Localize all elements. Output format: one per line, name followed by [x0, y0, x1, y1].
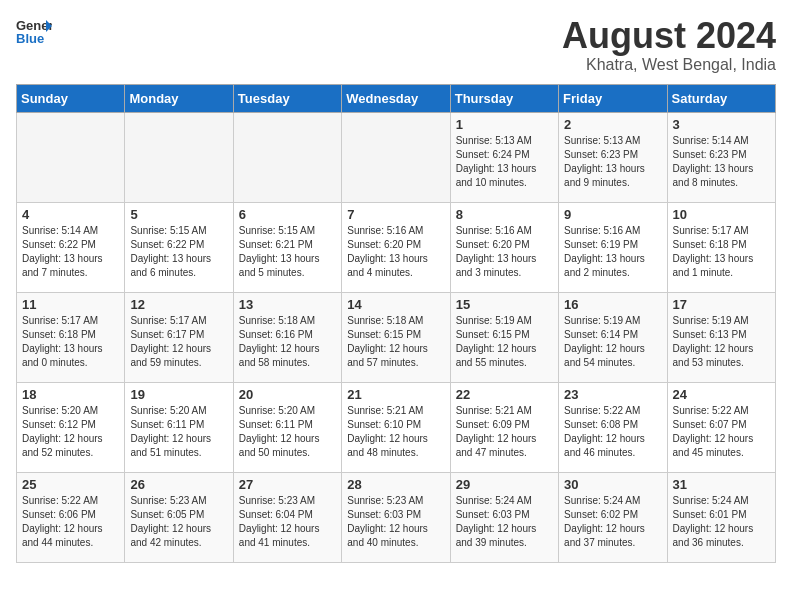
day-detail: Sunrise: 5:16 AM Sunset: 6:20 PM Dayligh… [456, 224, 553, 280]
day-detail: Sunrise: 5:23 AM Sunset: 6:04 PM Dayligh… [239, 494, 336, 550]
day-number: 12 [130, 297, 227, 312]
column-header-thursday: Thursday [450, 84, 558, 112]
day-detail: Sunrise: 5:18 AM Sunset: 6:15 PM Dayligh… [347, 314, 444, 370]
day-detail: Sunrise: 5:13 AM Sunset: 6:23 PM Dayligh… [564, 134, 661, 190]
day-number: 28 [347, 477, 444, 492]
calendar-cell: 24Sunrise: 5:22 AM Sunset: 6:07 PM Dayli… [667, 382, 775, 472]
day-number: 26 [130, 477, 227, 492]
calendar-cell: 23Sunrise: 5:22 AM Sunset: 6:08 PM Dayli… [559, 382, 667, 472]
calendar-cell: 7Sunrise: 5:16 AM Sunset: 6:20 PM Daylig… [342, 202, 450, 292]
day-detail: Sunrise: 5:23 AM Sunset: 6:03 PM Dayligh… [347, 494, 444, 550]
day-detail: Sunrise: 5:24 AM Sunset: 6:03 PM Dayligh… [456, 494, 553, 550]
calendar-week-row: 11Sunrise: 5:17 AM Sunset: 6:18 PM Dayli… [17, 292, 776, 382]
calendar-cell: 31Sunrise: 5:24 AM Sunset: 6:01 PM Dayli… [667, 472, 775, 562]
day-detail: Sunrise: 5:14 AM Sunset: 6:23 PM Dayligh… [673, 134, 770, 190]
column-header-friday: Friday [559, 84, 667, 112]
calendar-cell: 27Sunrise: 5:23 AM Sunset: 6:04 PM Dayli… [233, 472, 341, 562]
calendar-cell: 26Sunrise: 5:23 AM Sunset: 6:05 PM Dayli… [125, 472, 233, 562]
day-number: 31 [673, 477, 770, 492]
calendar-table: SundayMondayTuesdayWednesdayThursdayFrid… [16, 84, 776, 563]
day-number: 20 [239, 387, 336, 402]
calendar-cell: 10Sunrise: 5:17 AM Sunset: 6:18 PM Dayli… [667, 202, 775, 292]
column-header-tuesday: Tuesday [233, 84, 341, 112]
column-header-monday: Monday [125, 84, 233, 112]
calendar-cell: 9Sunrise: 5:16 AM Sunset: 6:19 PM Daylig… [559, 202, 667, 292]
calendar-cell: 1Sunrise: 5:13 AM Sunset: 6:24 PM Daylig… [450, 112, 558, 202]
calendar-week-row: 18Sunrise: 5:20 AM Sunset: 6:12 PM Dayli… [17, 382, 776, 472]
day-number: 21 [347, 387, 444, 402]
svg-text:Blue: Blue [16, 31, 44, 46]
calendar-week-row: 4Sunrise: 5:14 AM Sunset: 6:22 PM Daylig… [17, 202, 776, 292]
calendar-week-row: 1Sunrise: 5:13 AM Sunset: 6:24 PM Daylig… [17, 112, 776, 202]
day-detail: Sunrise: 5:20 AM Sunset: 6:11 PM Dayligh… [239, 404, 336, 460]
month-title: August 2024 [562, 16, 776, 56]
calendar-cell: 17Sunrise: 5:19 AM Sunset: 6:13 PM Dayli… [667, 292, 775, 382]
day-detail: Sunrise: 5:21 AM Sunset: 6:10 PM Dayligh… [347, 404, 444, 460]
calendar-cell: 8Sunrise: 5:16 AM Sunset: 6:20 PM Daylig… [450, 202, 558, 292]
day-detail: Sunrise: 5:24 AM Sunset: 6:02 PM Dayligh… [564, 494, 661, 550]
day-detail: Sunrise: 5:17 AM Sunset: 6:18 PM Dayligh… [22, 314, 119, 370]
day-detail: Sunrise: 5:15 AM Sunset: 6:21 PM Dayligh… [239, 224, 336, 280]
page-header: General Blue August 2024 Khatra, West Be… [16, 16, 776, 74]
day-detail: Sunrise: 5:20 AM Sunset: 6:12 PM Dayligh… [22, 404, 119, 460]
calendar-header-row: SundayMondayTuesdayWednesdayThursdayFrid… [17, 84, 776, 112]
calendar-cell: 5Sunrise: 5:15 AM Sunset: 6:22 PM Daylig… [125, 202, 233, 292]
day-number: 14 [347, 297, 444, 312]
day-number: 1 [456, 117, 553, 132]
day-number: 9 [564, 207, 661, 222]
calendar-cell: 30Sunrise: 5:24 AM Sunset: 6:02 PM Dayli… [559, 472, 667, 562]
day-number: 27 [239, 477, 336, 492]
day-detail: Sunrise: 5:14 AM Sunset: 6:22 PM Dayligh… [22, 224, 119, 280]
day-number: 15 [456, 297, 553, 312]
day-number: 13 [239, 297, 336, 312]
title-block: August 2024 Khatra, West Bengal, India [562, 16, 776, 74]
day-number: 24 [673, 387, 770, 402]
day-number: 22 [456, 387, 553, 402]
calendar-cell [125, 112, 233, 202]
day-number: 8 [456, 207, 553, 222]
calendar-week-row: 25Sunrise: 5:22 AM Sunset: 6:06 PM Dayli… [17, 472, 776, 562]
day-number: 23 [564, 387, 661, 402]
location-subtitle: Khatra, West Bengal, India [562, 56, 776, 74]
calendar-cell: 21Sunrise: 5:21 AM Sunset: 6:10 PM Dayli… [342, 382, 450, 472]
day-detail: Sunrise: 5:20 AM Sunset: 6:11 PM Dayligh… [130, 404, 227, 460]
day-number: 4 [22, 207, 119, 222]
day-detail: Sunrise: 5:23 AM Sunset: 6:05 PM Dayligh… [130, 494, 227, 550]
column-header-sunday: Sunday [17, 84, 125, 112]
day-number: 6 [239, 207, 336, 222]
calendar-cell: 11Sunrise: 5:17 AM Sunset: 6:18 PM Dayli… [17, 292, 125, 382]
calendar-cell: 2Sunrise: 5:13 AM Sunset: 6:23 PM Daylig… [559, 112, 667, 202]
day-number: 3 [673, 117, 770, 132]
calendar-cell: 14Sunrise: 5:18 AM Sunset: 6:15 PM Dayli… [342, 292, 450, 382]
day-number: 19 [130, 387, 227, 402]
calendar-cell: 15Sunrise: 5:19 AM Sunset: 6:15 PM Dayli… [450, 292, 558, 382]
calendar-cell: 3Sunrise: 5:14 AM Sunset: 6:23 PM Daylig… [667, 112, 775, 202]
day-detail: Sunrise: 5:17 AM Sunset: 6:17 PM Dayligh… [130, 314, 227, 370]
logo-icon: General Blue [16, 16, 52, 46]
calendar-cell: 19Sunrise: 5:20 AM Sunset: 6:11 PM Dayli… [125, 382, 233, 472]
day-number: 18 [22, 387, 119, 402]
day-detail: Sunrise: 5:16 AM Sunset: 6:19 PM Dayligh… [564, 224, 661, 280]
day-detail: Sunrise: 5:15 AM Sunset: 6:22 PM Dayligh… [130, 224, 227, 280]
calendar-cell: 28Sunrise: 5:23 AM Sunset: 6:03 PM Dayli… [342, 472, 450, 562]
day-detail: Sunrise: 5:19 AM Sunset: 6:15 PM Dayligh… [456, 314, 553, 370]
day-number: 17 [673, 297, 770, 312]
calendar-cell [17, 112, 125, 202]
day-number: 11 [22, 297, 119, 312]
day-detail: Sunrise: 5:21 AM Sunset: 6:09 PM Dayligh… [456, 404, 553, 460]
calendar-cell [342, 112, 450, 202]
day-detail: Sunrise: 5:18 AM Sunset: 6:16 PM Dayligh… [239, 314, 336, 370]
day-number: 30 [564, 477, 661, 492]
day-detail: Sunrise: 5:19 AM Sunset: 6:13 PM Dayligh… [673, 314, 770, 370]
day-detail: Sunrise: 5:17 AM Sunset: 6:18 PM Dayligh… [673, 224, 770, 280]
logo: General Blue [16, 16, 52, 46]
day-detail: Sunrise: 5:13 AM Sunset: 6:24 PM Dayligh… [456, 134, 553, 190]
day-detail: Sunrise: 5:22 AM Sunset: 6:07 PM Dayligh… [673, 404, 770, 460]
day-number: 5 [130, 207, 227, 222]
calendar-cell: 20Sunrise: 5:20 AM Sunset: 6:11 PM Dayli… [233, 382, 341, 472]
day-detail: Sunrise: 5:22 AM Sunset: 6:08 PM Dayligh… [564, 404, 661, 460]
calendar-cell: 22Sunrise: 5:21 AM Sunset: 6:09 PM Dayli… [450, 382, 558, 472]
calendar-cell [233, 112, 341, 202]
day-detail: Sunrise: 5:22 AM Sunset: 6:06 PM Dayligh… [22, 494, 119, 550]
day-detail: Sunrise: 5:16 AM Sunset: 6:20 PM Dayligh… [347, 224, 444, 280]
